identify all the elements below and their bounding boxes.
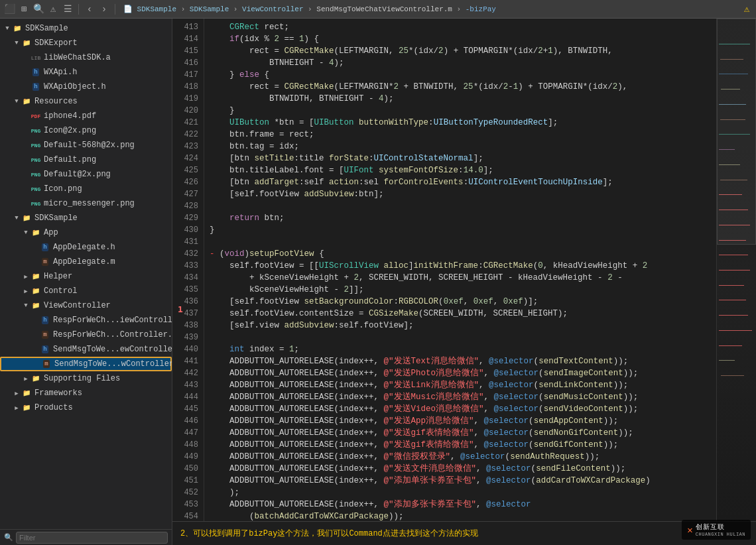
- tree-item-supporting[interactable]: ▶ 📁 Supporting Files: [0, 371, 172, 386]
- code-line-449: ADDBUTTON_AUTORELEASE(index++, @"微信授权登录"…: [210, 451, 711, 463]
- png-icon: PNG: [31, 169, 41, 180]
- toolbar-icon-2[interactable]: ⊞: [19, 4, 29, 15]
- filter-input[interactable]: [16, 532, 168, 544]
- watermark-brand: 创新互联: [696, 522, 745, 532]
- tree-item-default2x[interactable]: ▶ PNG Default@2x.png: [0, 167, 172, 182]
- code-line-425: btn.titleLabel.font = [UIFont systemFont…: [210, 164, 711, 176]
- tree-label: Frameworks: [34, 389, 82, 398]
- folder-icon: 📁: [31, 300, 41, 311]
- sidebar-filter: 🔍: [0, 529, 172, 545]
- tree-item-icon[interactable]: ▶ PNG Icon.png: [0, 182, 172, 196]
- png-icon: PNG: [31, 140, 41, 151]
- tree-arrow: ▼: [12, 38, 21, 48]
- code-line-438: [self.view addSubview:self.footView];: [210, 320, 711, 332]
- nav-forward-button[interactable]: ›: [99, 4, 109, 15]
- tree-label: SDKSample: [34, 213, 78, 223]
- folder-icon: 📁: [21, 402, 32, 413]
- toolbar-icon-4[interactable]: ⚠: [48, 4, 58, 15]
- folder-icon: 📁: [31, 373, 41, 384]
- tree-item-wxapi-h[interactable]: ▶ h WXApi.h: [0, 65, 172, 80]
- tree-arrow: ▶: [21, 374, 31, 383]
- code-line-435: kSceneViewHeight - 2]];: [210, 284, 711, 296]
- folder-icon: 📁: [21, 388, 32, 398]
- tree-label: Supporting Files: [44, 374, 120, 383]
- pdf-icon: PDF: [31, 111, 41, 121]
- tree-item-default568h[interactable]: ▶ PNG Default-568h@2x.png: [0, 138, 172, 152]
- code-line-421: UIButton *btn = [UIButton buttonWithType…: [210, 117, 711, 129]
- code-line-437: self.footView.contentSize = CGSizeMake(S…: [210, 308, 711, 320]
- tree-arrow: ▼: [21, 228, 31, 237]
- tree-label: Default@2x.png: [44, 170, 111, 179]
- folder-icon: 📁: [21, 96, 32, 107]
- code-line-444: ADDBUTTON_AUTORELEASE(index++, @"发送Music…: [210, 391, 711, 403]
- tree-item-sendmsg-m[interactable]: ▶ m SendMsgToWe...wController.m: [0, 357, 172, 371]
- code-line-436: [self.footView setBackgroundColor:RGBCOL…: [210, 296, 711, 308]
- tree-item-iphone4pdf[interactable]: ▶ PDF iphone4.pdf: [0, 109, 172, 123]
- code-line-443: ADDBUTTON_AUTORELEASE(index++, @"发送Link消…: [210, 379, 711, 391]
- minimap: [716, 19, 756, 521]
- tree-label: ViewController: [44, 301, 111, 310]
- tree-label: SendMsgToWe...wController.m: [54, 359, 172, 369]
- tree-item-libwechatsdk[interactable]: ▶ LIB libWeChatSDK.a: [0, 50, 172, 65]
- toolbar-icon-1[interactable]: ⬛: [4, 4, 15, 15]
- tree-arrow: ▶: [21, 286, 31, 296]
- code-line-445: ADDBUTTON_AUTORELEASE(index++, @"发送Video…: [210, 403, 711, 415]
- tree-item-sdksample-root[interactable]: ▼ 📁 SDKSample: [0, 21, 172, 36]
- code-line-432: - (void)setupFootView {: [210, 248, 711, 260]
- tree-label: AppDelegate.m: [53, 257, 115, 267]
- minimap-content: [717, 19, 756, 521]
- code-area: 413 414 415 416 417 418 419 420 421 422 …: [172, 19, 756, 521]
- toolbar-icon-5[interactable]: ☰: [62, 4, 73, 15]
- h-icon: h: [40, 242, 50, 253]
- annotation-text: 2、可以找到调用了bizPay这个方法，我们可以Command点进去找到这个方法…: [180, 528, 478, 539]
- tree-arrow: ▼: [21, 301, 31, 310]
- tree-item-appdelegate-h[interactable]: ▶ h AppDelegate.h: [0, 240, 172, 255]
- sidebar-tree[interactable]: ▼ 📁 SDKSample ▼ 📁 SDKExport ▶ LIB libWeC…: [0, 19, 172, 529]
- tree-item-respforwech-h[interactable]: ▶ h RespForWeCh...iewController.h: [0, 313, 172, 328]
- m-icon: m: [40, 257, 50, 267]
- code-line-426: [btn addTarget:self action:sel forContro…: [210, 176, 711, 188]
- m-icon: m: [41, 359, 52, 369]
- tree-item-sendmsg-h[interactable]: ▶ h SendMsgToWe...ewController.h: [0, 342, 172, 357]
- tree-label: Products: [34, 403, 73, 412]
- tree-item-control[interactable]: ▶ 📁 Control: [0, 284, 172, 298]
- nav-back-button[interactable]: ‹: [84, 4, 95, 15]
- tree-item-appdelegate-m[interactable]: ▶ m AppDelegate.m: [0, 255, 172, 269]
- tree-item-icon2x[interactable]: ▶ PNG Icon@2x.png: [0, 123, 172, 138]
- tree-item-viewcontroller[interactable]: ▼ 📁 ViewController: [0, 298, 172, 313]
- tree-label: App: [44, 228, 58, 237]
- code-line-424: [btn setTitle:title forState:UIControlSt…: [210, 152, 711, 164]
- tree-item-sdkexport[interactable]: ▼ 📁 SDKExport: [0, 36, 172, 50]
- code-line-414: if(idx % 2 == 1) {: [210, 33, 711, 45]
- code-line-452: );: [210, 487, 711, 499]
- warning-icon[interactable]: ⚠: [741, 4, 752, 15]
- code-line-441: ADDBUTTON_AUTORELEASE(index++, @"发送Text消…: [210, 355, 711, 367]
- watermark-logo: ✕: [687, 524, 692, 536]
- tree-item-wxapiobject-h[interactable]: ▶ h WXApiObject.h: [0, 80, 172, 94]
- code-line-413: CGRect rect;: [210, 21, 711, 33]
- tree-item-sdksample-sub[interactable]: ▼ 📁 SDKSample: [0, 211, 172, 225]
- toolbar-separator-1: [78, 4, 79, 15]
- tree-arrow: ▼: [12, 97, 21, 106]
- code-line-428: [210, 200, 711, 212]
- tree-item-micromessenger[interactable]: ▶ PNG micro_messenger.png: [0, 196, 172, 211]
- tree-item-frameworks[interactable]: ▶ 📁 Frameworks: [0, 386, 172, 400]
- tree-label: libWeChatSDK.a: [44, 53, 111, 62]
- tree-item-resources[interactable]: ▼ 📁 Resources: [0, 94, 172, 109]
- tree-label: Helper: [44, 272, 72, 281]
- annotation-bar: 2、可以找到调用了bizPay这个方法，我们可以Command点进去找到这个方法…: [172, 521, 756, 545]
- toolbar-icon-3[interactable]: 🔍: [33, 4, 44, 15]
- code-line-415: rect = CGRectMake(LEFTMARGIN, 25*(idx/2)…: [210, 45, 711, 57]
- tree-item-helper[interactable]: ▶ 📁 Helper: [0, 269, 172, 284]
- tree-item-products[interactable]: ▶ 📁 Products: [0, 400, 172, 415]
- code-line-416: BTNHEIGHT - 4);: [210, 57, 711, 69]
- tree-item-respforwech-mm[interactable]: ▶ m RespForWeCh...Controller.mm: [0, 328, 172, 342]
- tree-item-app[interactable]: ▼ 📁 App: [0, 225, 172, 240]
- code-content[interactable]: CGRect rect; if(idx % 2 == 1) { rect = C…: [204, 19, 716, 521]
- watermark: ✕ 创新互联 CHUANGXIN HULIAN: [682, 520, 751, 540]
- folder-icon: 📁: [21, 38, 32, 48]
- tree-item-default[interactable]: ▶ PNG Default.png: [0, 152, 172, 167]
- h-icon: h: [40, 315, 50, 326]
- code-line-430: }: [210, 224, 711, 236]
- code-line-429: return btn;: [210, 212, 711, 224]
